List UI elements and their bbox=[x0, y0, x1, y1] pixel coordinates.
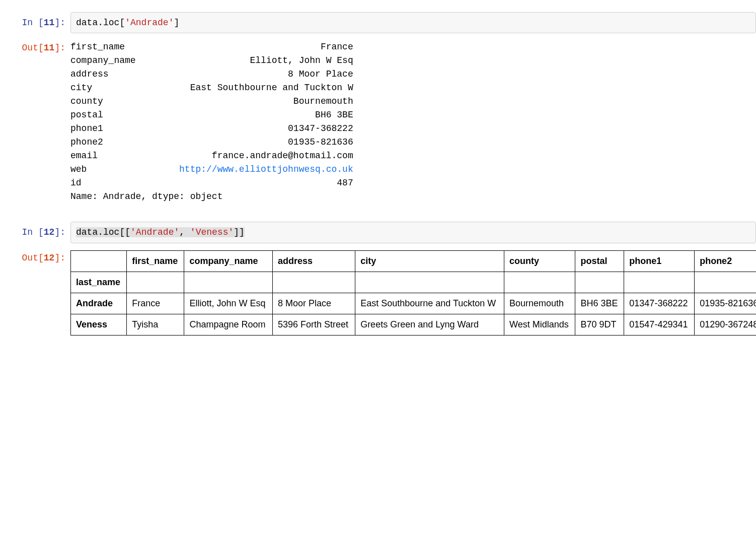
table-cell: 01347-368222 bbox=[624, 293, 695, 314]
table-cell: Elliott, John W Esq bbox=[184, 293, 272, 314]
in-number: 12 bbox=[44, 227, 55, 237]
code-string-token: 'Andrade' bbox=[130, 227, 179, 237]
cell-11-output: Out[11]: first_name France company_name … bbox=[0, 35, 756, 211]
in-prompt-12: In [12]: bbox=[0, 222, 70, 238]
column-header: phone1 bbox=[624, 250, 695, 272]
in-prefix: In [ bbox=[22, 227, 44, 237]
row-index-cell: Andrade bbox=[71, 293, 127, 314]
table-cell: Greets Green and Lyng Ward bbox=[355, 314, 504, 336]
table-cell: East Southbourne and Tuckton W bbox=[355, 293, 504, 314]
table-cell: Champagne Room bbox=[184, 314, 272, 336]
out-number: 12 bbox=[44, 253, 55, 263]
column-header: company_name bbox=[184, 250, 272, 272]
out-number: 11 bbox=[44, 43, 55, 53]
code-token: ] bbox=[174, 18, 179, 28]
table-cell: 01935-821636 bbox=[695, 293, 756, 314]
row-index-cell: Veness bbox=[71, 314, 127, 336]
blank-header-cell bbox=[575, 272, 624, 293]
in-number: 11 bbox=[44, 18, 55, 28]
table-cell: Tyisha bbox=[127, 314, 184, 336]
blank-header-cell bbox=[624, 272, 695, 293]
table-cell: B70 9DT bbox=[575, 314, 624, 336]
code-string-token: 'Andrade' bbox=[125, 18, 174, 28]
table-row: VenessTyishaChampagne Room5396 Forth Str… bbox=[71, 314, 757, 336]
table-row: AndradeFranceElliott, John W Esq8 Moor P… bbox=[71, 293, 757, 314]
code-input-11[interactable]: data.loc['Andrade'] bbox=[70, 12, 756, 33]
table-cell: 01290-367248 bbox=[695, 314, 756, 336]
out-prompt-11: Out[11]: bbox=[0, 37, 70, 54]
blank-header-cell bbox=[127, 272, 184, 293]
table-cell: BH6 3BE bbox=[575, 293, 624, 314]
out-suffix: ]: bbox=[54, 253, 65, 263]
column-header: county bbox=[504, 250, 575, 272]
corner-cell bbox=[71, 250, 127, 272]
dataframe-table: first_namecompany_nameaddresscitycountyp… bbox=[70, 250, 756, 336]
table-cell: Bournemouth bbox=[504, 293, 575, 314]
column-header: first_name bbox=[127, 250, 184, 272]
table-cell: 01547-429341 bbox=[624, 314, 695, 336]
in-suffix: ]: bbox=[54, 227, 65, 237]
table-cell: France bbox=[127, 293, 184, 314]
series-link[interactable]: http://www.elliottjohnwesq.co.uk bbox=[179, 164, 353, 174]
dataframe-output-12: first_namecompany_nameaddresscitycountyp… bbox=[70, 247, 756, 336]
series-output-11: first_name France company_name Elliott, … bbox=[70, 37, 756, 209]
table-cell: West Midlands bbox=[504, 314, 575, 336]
code-token: , bbox=[179, 227, 190, 237]
column-header-row: first_namecompany_nameaddresscitycountyp… bbox=[71, 250, 757, 272]
code-token: data.loc[ bbox=[76, 18, 125, 28]
blank-header-cell bbox=[355, 272, 504, 293]
cell-11-input: In [11]: data.loc['Andrade'] bbox=[0, 10, 756, 35]
in-suffix: ]: bbox=[54, 18, 65, 28]
blank-header-cell bbox=[184, 272, 272, 293]
index-name-row: last_name bbox=[71, 272, 757, 293]
out-prompt-12: Out[12]: bbox=[0, 247, 70, 264]
table-cell: 5396 Forth Street bbox=[272, 314, 355, 336]
cell-12-output: Out[12]: first_namecompany_nameaddressci… bbox=[0, 245, 756, 338]
code-input-12[interactable]: data.loc[['Andrade', 'Veness']] bbox=[70, 222, 756, 243]
blank-header-cell bbox=[504, 272, 575, 293]
blank-header-cell bbox=[695, 272, 756, 293]
code-string-token: 'Veness' bbox=[190, 227, 234, 237]
out-suffix: ]: bbox=[54, 43, 65, 53]
blank-header-cell bbox=[272, 272, 355, 293]
out-prefix: Out[ bbox=[22, 253, 44, 263]
column-header: address bbox=[272, 250, 355, 272]
cell-12-input: In [12]: data.loc[['Andrade', 'Veness']] bbox=[0, 220, 756, 245]
code-token: ]] bbox=[234, 227, 245, 237]
column-header: phone2 bbox=[695, 250, 756, 272]
table-cell: 8 Moor Place bbox=[272, 293, 355, 314]
out-prefix: Out[ bbox=[22, 43, 44, 53]
column-header: city bbox=[355, 250, 504, 272]
in-prompt-11: In [11]: bbox=[0, 12, 70, 29]
index-name-cell: last_name bbox=[71, 272, 127, 293]
in-prefix: In [ bbox=[22, 18, 44, 28]
column-header: postal bbox=[575, 250, 624, 272]
code-token: data.loc[[ bbox=[76, 227, 130, 237]
